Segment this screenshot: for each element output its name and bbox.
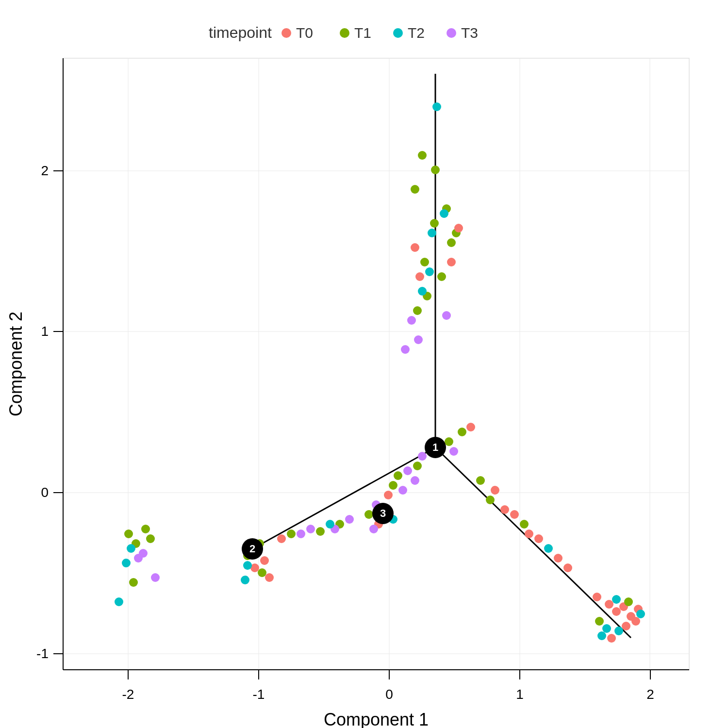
svg-point-34 — [415, 272, 424, 281]
svg-point-87 — [491, 486, 499, 495]
svg-point-47 — [418, 452, 427, 461]
svg-point-89 — [500, 505, 509, 514]
svg-point-82 — [122, 559, 131, 567]
legend-t1-dot — [340, 28, 349, 38]
svg-point-61 — [316, 527, 325, 536]
svg-point-75 — [124, 529, 133, 538]
svg-point-103 — [631, 617, 640, 626]
legend-title: timepoint — [209, 24, 272, 41]
svg-point-107 — [597, 631, 606, 640]
svg-point-72 — [258, 568, 266, 577]
svg-point-92 — [525, 529, 533, 538]
svg-point-74 — [241, 576, 249, 584]
svg-point-85 — [151, 573, 160, 582]
svg-point-84 — [115, 597, 123, 606]
svg-point-43 — [413, 462, 422, 470]
svg-point-33 — [447, 258, 456, 266]
svg-point-64 — [287, 529, 296, 538]
svg-point-97 — [593, 593, 601, 601]
svg-point-95 — [554, 554, 563, 563]
svg-point-31 — [411, 243, 419, 252]
svg-point-62 — [306, 525, 315, 533]
svg-point-56 — [369, 525, 378, 533]
svg-point-91 — [520, 520, 529, 529]
svg-point-94 — [544, 544, 553, 553]
svg-point-88 — [486, 496, 495, 504]
svg-point-15 — [431, 165, 440, 174]
y-tick-1: 1 — [41, 324, 49, 339]
svg-point-65 — [277, 534, 286, 543]
svg-point-27 — [428, 229, 436, 237]
legend-t2-dot — [393, 28, 403, 38]
svg-point-36 — [414, 335, 423, 344]
svg-point-48 — [389, 481, 397, 490]
svg-text:2: 2 — [249, 543, 255, 555]
svg-point-42 — [449, 447, 458, 456]
svg-point-46 — [411, 476, 419, 485]
svg-point-32 — [454, 224, 463, 232]
svg-point-99 — [612, 607, 621, 616]
svg-point-90 — [510, 510, 519, 519]
legend-t1-label: T1 — [354, 25, 371, 41]
svg-point-57 — [345, 515, 354, 524]
svg-point-49 — [398, 486, 407, 495]
svg-point-37 — [442, 311, 451, 320]
x-axis-label: Component 1 — [324, 710, 429, 728]
scatter-plot: 1 2 3 -2 -1 0 1 2 -1 0 1 — [0, 0, 728, 728]
svg-point-77 — [141, 525, 150, 533]
svg-point-53 — [364, 510, 373, 519]
svg-point-60 — [326, 520, 334, 529]
svg-point-44 — [403, 466, 412, 475]
x-tick-2: 2 — [646, 687, 654, 702]
y-tick-0: 0 — [41, 485, 49, 500]
chart-container: 1 2 3 -2 -1 0 1 2 -1 0 1 — [0, 0, 728, 728]
legend-t0-dot — [281, 28, 291, 38]
svg-point-29 — [425, 267, 434, 276]
svg-point-111 — [612, 595, 621, 604]
svg-point-18 — [430, 219, 439, 228]
legend-t2-label: T2 — [408, 25, 425, 41]
svg-point-51 — [384, 491, 393, 499]
svg-point-86 — [476, 476, 485, 485]
svg-point-80 — [139, 549, 148, 558]
svg-point-39 — [458, 428, 466, 436]
y-tick-2: 2 — [41, 163, 49, 178]
svg-point-83 — [129, 578, 138, 587]
svg-point-110 — [624, 597, 633, 606]
legend-t3-label: T3 — [461, 25, 478, 41]
svg-point-81 — [146, 534, 155, 543]
svg-point-112 — [636, 610, 645, 618]
svg-point-71 — [243, 561, 252, 570]
svg-point-30 — [418, 287, 427, 296]
x-tick-neg2: -2 — [122, 687, 134, 702]
svg-point-26 — [432, 102, 441, 111]
svg-point-109 — [595, 617, 604, 626]
svg-point-41 — [466, 423, 475, 431]
svg-text:1: 1 — [432, 441, 438, 453]
svg-point-20 — [420, 258, 429, 266]
svg-point-69 — [260, 556, 269, 565]
svg-point-23 — [413, 306, 422, 315]
legend-t3-dot — [447, 28, 456, 38]
svg-point-21 — [437, 272, 446, 281]
svg-point-98 — [605, 600, 613, 609]
svg-point-38 — [401, 345, 410, 354]
svg-point-45 — [394, 471, 402, 480]
svg-point-73 — [265, 573, 274, 582]
svg-point-25 — [411, 185, 419, 194]
svg-point-78 — [127, 544, 135, 553]
x-tick-0: 0 — [385, 687, 393, 702]
svg-point-63 — [297, 529, 305, 538]
svg-point-19 — [447, 238, 456, 247]
svg-text:3: 3 — [380, 507, 386, 519]
svg-point-106 — [602, 624, 611, 633]
legend-t0-label: T0 — [296, 25, 313, 41]
y-axis-label: Component 2 — [6, 312, 26, 416]
x-tick-1: 1 — [516, 687, 524, 702]
svg-point-93 — [534, 534, 543, 543]
svg-point-104 — [622, 622, 630, 630]
svg-point-35 — [407, 316, 416, 325]
y-tick-neg1: -1 — [36, 646, 49, 661]
svg-point-16 — [418, 151, 427, 160]
svg-point-28 — [440, 209, 448, 218]
